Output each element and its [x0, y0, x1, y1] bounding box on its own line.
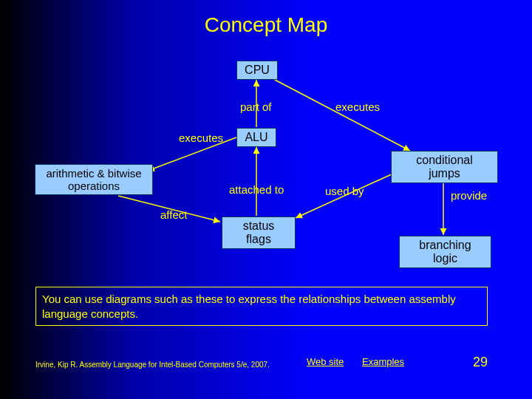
- edge-attached-to: attached to: [229, 183, 284, 196]
- node-cpu: CPU: [236, 61, 278, 80]
- edge-affect: affect: [160, 208, 187, 221]
- note-box: You can use diagrams such as these to ex…: [35, 287, 488, 326]
- page-title: Concept Map: [0, 13, 532, 37]
- node-alu: ALU: [236, 128, 276, 147]
- slide-number: 29: [473, 355, 488, 370]
- node-status-flags: status flags: [222, 216, 296, 249]
- svg-line-1: [275, 80, 410, 151]
- footer-citation: Irvine, Kip R. Assembly Language for Int…: [35, 361, 270, 369]
- edge-used-by: used by: [325, 185, 364, 197]
- edge-part-of: part of: [240, 100, 272, 113]
- edge-executes-left: executes: [179, 132, 223, 144]
- footer-examples-link[interactable]: Examples: [362, 356, 404, 367]
- node-conditional-jumps: conditional jumps: [391, 151, 498, 183]
- edge-provide: provide: [451, 189, 487, 202]
- node-branching-logic: branching logic: [399, 236, 491, 268]
- footer-web-link[interactable]: Web site: [307, 356, 344, 367]
- edge-executes-top: executes: [335, 100, 380, 113]
- node-arithmetic-bitwise: arithmetic & bitwise operations: [35, 164, 153, 195]
